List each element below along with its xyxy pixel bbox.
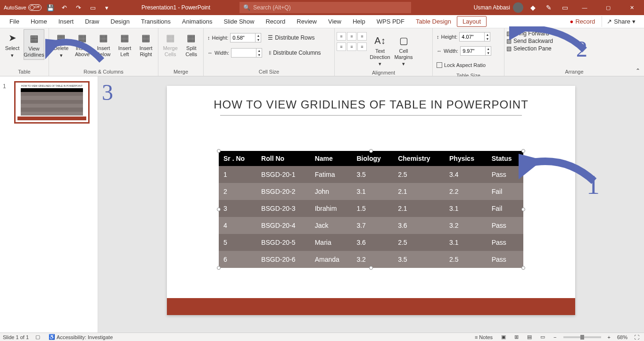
table-cell[interactable]: 3.2 [352,251,393,268]
redo-icon[interactable]: ↷ [74,2,84,13]
table-cell[interactable]: Fail [487,183,523,200]
table-header[interactable]: Chemistry [393,151,445,166]
tab-help[interactable]: Help [347,16,371,27]
table-header[interactable]: Roll No [256,151,310,166]
table-cell[interactable]: BSGD-20-4 [256,217,310,234]
close-button[interactable]: ✕ [621,0,642,15]
table-header[interactable]: Biology [352,151,393,166]
table-cell[interactable]: 3.1 [445,234,487,251]
insert-above-button[interactable]: ▦Insert Above [72,29,92,59]
bring-forward-button[interactable]: ▧Bring Forward [506,30,549,37]
distribute-rows-button[interactable]: ☰Distribute Rows [268,31,314,44]
view-slideshow-icon[interactable]: ▭ [538,334,547,340]
tab-file[interactable]: File [4,16,25,27]
view-reading-icon[interactable]: ▤ [525,334,534,340]
table-header[interactable]: Status [487,151,523,166]
cell-margins-button[interactable]: ▢Cell Margins▾ [393,32,414,69]
table-cell[interactable]: Maria [310,234,352,251]
table-cell[interactable]: Jack [310,217,352,234]
table-cell[interactable]: 3.5 [393,251,445,268]
view-normal-icon[interactable]: ▣ [499,334,508,340]
align-right[interactable]: ≡ [357,32,367,41]
table-header[interactable]: Name [310,151,352,166]
accessibility-button[interactable]: ♿Accessibility: Investigate [47,334,115,340]
split-cells-button[interactable]: ▦Split Cells [182,29,202,59]
select-button[interactable]: ➤Select▾ [2,29,23,60]
table-cell[interactable]: 3.1 [445,200,487,217]
table-cell[interactable]: 4 [219,217,256,234]
align-top[interactable]: ≡ [337,42,346,51]
table-cell[interactable]: 2.5 [445,251,487,268]
tab-wps-pdf[interactable]: WPS PDF [371,16,410,27]
zoom-slider[interactable] [563,336,601,338]
coming-soon-icon[interactable]: ✎ [542,1,555,14]
table-row[interactable]: 3BSGD-20-3Ibrahim1.52.13.1Fail [219,200,523,217]
tab-draw[interactable]: Draw [79,16,105,27]
qat-customize-icon[interactable]: ▾ [102,2,112,13]
undo-icon[interactable]: ↶ [59,2,70,13]
tab-transitions[interactable]: Transitions [135,16,176,27]
table-cell[interactable]: Pass [487,217,523,234]
table-cell[interactable]: Pass [487,251,523,268]
table-cell[interactable]: 3.1 [352,183,393,200]
table-cell[interactable]: 3.6 [393,217,445,234]
table-row[interactable]: 2BSGD-20-2John3.12.12.2Fail [219,183,523,200]
table-row[interactable]: 4BSGD-20-4Jack3.73.63.2Pass [219,217,523,234]
table-cell[interactable]: 2.1 [393,183,445,200]
data-table[interactable]: Sr . NoRoll NoNameBiologyChemistryPhysic… [219,151,523,268]
table-cell[interactable]: Pass [487,166,523,183]
table-cell[interactable]: Ibrahim [310,200,352,217]
table-row[interactable]: 1BSGD-20-1Fatima3.52.53.4Pass [219,166,523,183]
slide-thumbnail-1[interactable]: HOW TO VIEW GRIDLINES OF TABLE IN POWERP… [14,81,90,124]
collapse-ribbon-icon[interactable]: ⌃ [636,67,640,74]
table-cell[interactable]: 3.5 [352,166,393,183]
align-center[interactable]: ≡ [347,32,356,41]
send-backward-button[interactable]: ▧Send Backward [506,38,553,44]
table-cell[interactable]: 2 [219,183,256,200]
table-cell[interactable]: 2.5 [393,166,445,183]
align-bottom[interactable]: ≡ [357,42,367,51]
notes-button[interactable]: ≡ Notes [473,334,495,340]
distribute-cols-button[interactable]: ⫴Distribute Columns [269,46,321,59]
view-gridlines-button[interactable]: ▦View Gridlines [24,29,44,60]
share-button[interactable]: ↗Share▾ [602,16,640,27]
slide-editor[interactable]: HOW TO VIEW GRIDLINES OF TABLE IN POWERP… [98,76,644,333]
tab-layout[interactable]: Layout [457,16,487,27]
display-settings-icon[interactable]: ▢ [33,334,42,340]
minimize-button[interactable]: — [574,0,595,15]
table-cell[interactable]: 1.5 [352,200,393,217]
table-height-input[interactable] [459,32,485,42]
table-cell[interactable]: Fatima [310,166,352,183]
table-cell[interactable]: BSGD-20-3 [256,200,310,217]
text-direction-button[interactable]: A↕Text Direction▾ [370,32,390,69]
table-cell[interactable]: 3.7 [352,217,393,234]
tab-review[interactable]: Review [291,16,322,27]
save-icon[interactable]: 💾 [45,2,56,13]
table-header[interactable]: Sr . No [219,151,256,166]
table-cell[interactable]: 6 [219,251,256,268]
record-button[interactable]: ●Record [565,16,600,27]
cell-width-input[interactable] [231,48,256,58]
tab-animations[interactable]: Animations [176,16,218,27]
delete-button[interactable]: ▦Delete▾ [51,29,71,60]
insert-below-button[interactable]: ▦Insert Below [93,29,114,59]
table-cell[interactable]: 2.2 [445,183,487,200]
ribbon-options-icon[interactable]: ▭ [558,1,571,14]
table-cell[interactable]: 3.6 [352,234,393,251]
align-middle[interactable]: ≡ [347,42,356,51]
table-cell[interactable]: BSGD-20-5 [256,234,310,251]
lock-aspect-ratio[interactable]: Lock Aspect Ratio [435,58,487,72]
table-cell[interactable]: Fail [487,200,523,217]
tab-table-design[interactable]: Table Design [410,16,457,27]
table-cell[interactable]: BSGD-20-1 [256,166,310,183]
table-cell[interactable]: Pass [487,234,523,251]
insert-left-button[interactable]: ▦Insert Left [115,29,135,59]
table-cell[interactable]: John [310,183,352,200]
table-cell[interactable]: 3 [219,200,256,217]
zoom-in-icon[interactable]: + [606,334,612,340]
table-width-input[interactable] [460,46,486,56]
table-cell[interactable]: 1 [219,166,256,183]
tab-slide-show[interactable]: Slide Show [218,16,260,27]
align-left[interactable]: ≡ [337,32,346,41]
autosave-toggle[interactable]: AutoSave Off [4,4,41,11]
